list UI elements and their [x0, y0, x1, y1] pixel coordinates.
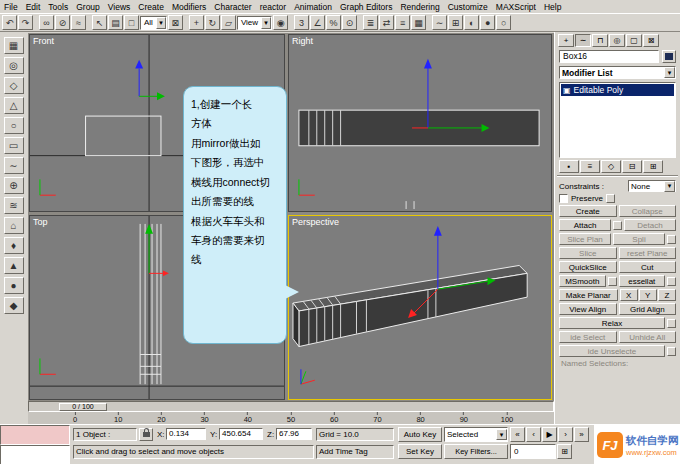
- object-name-field[interactable]: Box16: [559, 50, 659, 63]
- reference-coordinate-dropdown[interactable]: View▾: [237, 16, 272, 30]
- grid-align-button[interactable]: Grid Align: [619, 303, 677, 315]
- create-button[interactable]: Create: [559, 205, 617, 217]
- axis-x-button[interactable]: X: [620, 289, 638, 301]
- quickslice-button[interactable]: QuickSlice: [559, 261, 617, 273]
- object-color-swatch[interactable]: [662, 50, 676, 63]
- tessellate-button[interactable]: essellat: [619, 275, 666, 287]
- left-toolbar-icon[interactable]: ▲: [4, 257, 24, 274]
- schematic-view-icon[interactable]: ⊞: [448, 15, 463, 30]
- menu-views[interactable]: Views: [104, 2, 135, 12]
- constraints-dropdown[interactable]: None ▾: [628, 180, 676, 192]
- box-wireframe[interactable]: [86, 116, 161, 156]
- key-filters-button[interactable]: Key Filters...: [444, 444, 508, 459]
- previous-frame-button[interactable]: ‹: [526, 427, 541, 442]
- redo-icon[interactable]: ↷: [18, 15, 33, 30]
- auto-key-button[interactable]: Auto Key: [398, 427, 442, 442]
- left-toolbar-icon[interactable]: ▦: [4, 37, 24, 54]
- undo-icon[interactable]: ↶: [2, 15, 17, 30]
- move-gizmo[interactable]: [135, 60, 165, 101]
- attach-button-settings[interactable]: [613, 221, 622, 230]
- box-shaded[interactable]: [293, 265, 527, 346]
- mirror-icon[interactable]: ⇄: [379, 15, 394, 30]
- spinner-snap-icon[interactable]: ⊙: [342, 15, 357, 30]
- axis-y-button[interactable]: Y: [639, 289, 657, 301]
- tab-utilities[interactable]: ⊠: [643, 34, 659, 47]
- menu-reactor[interactable]: reactor: [256, 2, 290, 12]
- maxscript-mini-listener-macro[interactable]: [0, 425, 70, 445]
- left-toolbar-icon[interactable]: ♦: [4, 237, 24, 254]
- select-object-icon[interactable]: ↖: [92, 15, 107, 30]
- align-icon[interactable]: ≡: [395, 15, 410, 30]
- unhide-all-button[interactable]: Unhide All: [619, 331, 677, 343]
- tab-display[interactable]: ▢: [626, 34, 642, 47]
- menu-tools[interactable]: Tools: [44, 2, 72, 12]
- tab-motion[interactable]: ◎: [609, 34, 625, 47]
- left-toolbar-icon[interactable]: ⊕: [4, 177, 24, 194]
- tessellate-button-settings[interactable]: [667, 277, 676, 286]
- axis-z-button[interactable]: Z: [658, 289, 676, 301]
- relax-button[interactable]: Relax: [559, 317, 665, 329]
- selection-set-dropdown[interactable]: Selected ▾: [444, 427, 508, 442]
- time-slider-track[interactable]: 0 / 100: [28, 401, 554, 412]
- viewport-perspective-active[interactable]: Perspective: [288, 215, 552, 400]
- make-unique-button[interactable]: ◇: [601, 160, 621, 173]
- left-toolbar-icon[interactable]: ⌂: [4, 217, 24, 234]
- y-coordinate-field[interactable]: 450.654: [219, 428, 263, 440]
- menu-help[interactable]: Help: [540, 2, 565, 12]
- pin-stack-button[interactable]: ▪: [559, 160, 579, 173]
- quick-render-icon[interactable]: ○: [496, 15, 511, 30]
- selection-lock-button[interactable]: [139, 428, 153, 441]
- left-toolbar-icon[interactable]: ∼: [4, 157, 24, 174]
- view-align-button[interactable]: View Align: [559, 303, 617, 315]
- percent-snap-icon[interactable]: %: [326, 15, 341, 30]
- menu-animation[interactable]: Animation: [290, 2, 336, 12]
- box-wireframe[interactable]: [140, 224, 161, 384]
- select-and-move-icon[interactable]: +: [189, 15, 204, 30]
- make-planar-button[interactable]: Make Planar: [559, 289, 618, 301]
- left-toolbar-icon[interactable]: ▭: [4, 137, 24, 154]
- msmooth-button[interactable]: MSmooth: [559, 275, 606, 287]
- stack-item-editable-poly[interactable]: ▣ Editable Poly: [561, 84, 674, 96]
- menu-rendering[interactable]: Rendering: [396, 2, 443, 12]
- menu-graph-editors[interactable]: Graph Editors: [336, 2, 396, 12]
- go-to-start-button[interactable]: «: [510, 427, 525, 442]
- time-configuration-button[interactable]: ⊞: [557, 444, 572, 459]
- menu-customize[interactable]: Customize: [444, 2, 492, 12]
- current-frame-field[interactable]: 0: [510, 444, 556, 459]
- tab-create[interactable]: +: [558, 34, 574, 47]
- split-button[interactable]: Spli: [613, 233, 665, 245]
- left-toolbar-icon[interactable]: ◇: [4, 77, 24, 94]
- selection-region-icon[interactable]: □: [124, 15, 139, 30]
- attach-button[interactable]: Attach: [559, 219, 611, 231]
- tab-hierarchy[interactable]: ⊓: [592, 34, 608, 47]
- left-toolbar-icon[interactable]: ◆: [4, 297, 24, 314]
- menu-modifiers[interactable]: Modifiers: [168, 2, 210, 12]
- left-toolbar-icon[interactable]: ≋: [4, 197, 24, 214]
- x-coordinate-field[interactable]: 0.134: [166, 428, 206, 440]
- show-end-result-button[interactable]: ≡: [580, 160, 600, 173]
- time-slider-knob[interactable]: 0 / 100: [59, 403, 107, 411]
- hide-selected-button[interactable]: ide Select: [559, 331, 617, 343]
- named-selection-sets-icon[interactable]: ≣: [363, 15, 378, 30]
- tab-modify[interactable]: ∼: [575, 34, 591, 47]
- hide-unselected-button[interactable]: ide Unselecte: [559, 345, 665, 357]
- window-crossing-icon[interactable]: ⊠: [168, 15, 183, 30]
- remove-modifier-button[interactable]: ⊟: [622, 160, 642, 173]
- menu-create[interactable]: Create: [134, 2, 168, 12]
- slice-plane-button[interactable]: Slice Plan: [559, 233, 611, 245]
- selection-filter-dropdown[interactable]: All▾: [140, 16, 167, 30]
- set-key-button[interactable]: Set Key: [398, 444, 442, 459]
- render-scene-icon[interactable]: ●: [480, 15, 495, 30]
- snap-toggle-icon[interactable]: 3: [294, 15, 309, 30]
- menu-edit[interactable]: Edit: [22, 2, 45, 12]
- select-and-link-icon[interactable]: ∞: [39, 15, 54, 30]
- maxscript-mini-listener[interactable]: [0, 445, 70, 464]
- angle-snap-icon[interactable]: ∠: [310, 15, 325, 30]
- msmooth-button-settings[interactable]: [608, 277, 617, 286]
- menu-maxscript[interactable]: MAXScript: [492, 2, 540, 12]
- play-button[interactable]: ▶: [542, 427, 557, 442]
- select-and-rotate-icon[interactable]: ↻: [205, 15, 220, 30]
- detach-button[interactable]: Detach: [624, 219, 676, 231]
- relax-button-settings[interactable]: [667, 319, 676, 328]
- add-time-tag-button[interactable]: Add Time Tag: [316, 445, 394, 459]
